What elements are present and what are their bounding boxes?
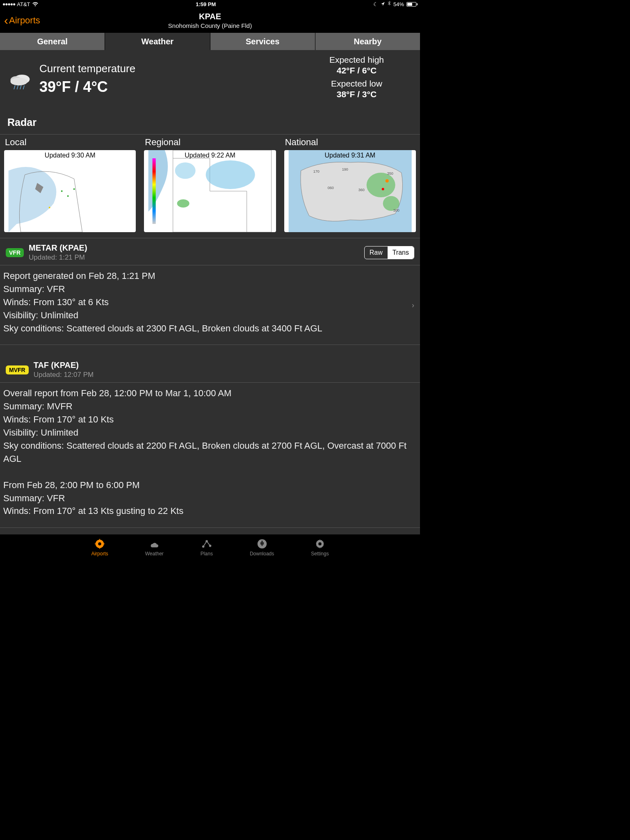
bottom-tab-bar: Airports Weather Plans Downloads Setting… [0, 534, 420, 560]
btab-plans[interactable]: Plans [201, 538, 213, 557]
radar-local-title: Local [4, 137, 136, 148]
rain-cloud-icon [7, 71, 32, 91]
radar-national-map: Updated 9:31 AM 170 190 060 360 350 300 [284, 150, 416, 232]
btab-settings[interactable]: Settings [311, 538, 329, 557]
back-label: Airports [9, 15, 40, 26]
svg-text:190: 190 [342, 167, 348, 171]
radar-regional[interactable]: Regional Updated 9:22 AM [144, 135, 276, 232]
btab-airports-label: Airports [91, 551, 108, 557]
content-area: Current temperature 39°F / 4°C Expected … [0, 50, 420, 534]
radar-regional-map: Updated 9:22 AM [144, 150, 276, 232]
radar-national-updated: Updated 9:31 AM [324, 152, 375, 159]
btab-downloads-label: Downloads [250, 551, 274, 557]
page-title: KPAE [0, 12, 420, 21]
svg-line-3 [14, 85, 15, 89]
metar-text: Report generated on Feb 28, 1:21 PM Summ… [3, 271, 322, 333]
radar-local-map: Updated 9:30 AM [4, 150, 136, 232]
svg-line-6 [23, 85, 24, 89]
metar-body[interactable]: Report generated on Feb 28, 1:21 PM Summ… [0, 265, 420, 345]
gear-icon [314, 538, 326, 550]
bluetooth-icon [388, 1, 391, 7]
cloud-icon [148, 538, 160, 550]
expected-low-value: 38°F / 3°C [329, 89, 384, 99]
main-tabs: General Weather Services Nearby [0, 33, 420, 50]
radar-national[interactable]: National Updated 9:31 AM 170 190 060 360… [284, 135, 416, 232]
svg-rect-13 [153, 158, 156, 224]
status-time: 1:59 PM [196, 1, 216, 7]
expected-high-value: 42°F / 6°C [329, 66, 384, 75]
svg-point-20 [385, 179, 388, 183]
tab-general[interactable]: General [0, 33, 105, 50]
taf-badge: MVFR [6, 365, 29, 374]
taf-body[interactable]: Overall report from Feb 28, 12:00 PM to … [0, 382, 420, 527]
signal-dots-icon: ●●●●● [2, 1, 15, 7]
metar-badge: VFR [6, 248, 24, 257]
btab-plans-label: Plans [201, 551, 213, 557]
btab-weather-label: Weather [145, 551, 164, 557]
battery-icon [406, 2, 418, 7]
svg-point-18 [366, 173, 395, 197]
radar-header: Radar [0, 115, 420, 134]
svg-line-5 [20, 85, 21, 89]
moon-icon: ☾ [373, 1, 378, 7]
radar-local-updated: Updated 9:30 AM [45, 152, 96, 159]
tab-weather[interactable]: Weather [105, 33, 210, 50]
chevron-left-icon: ‹ [4, 14, 8, 27]
expected-high-label: Expected high [329, 55, 384, 65]
svg-point-10 [73, 188, 75, 190]
svg-point-11 [49, 207, 50, 208]
svg-point-16 [177, 199, 189, 208]
location-icon [381, 1, 385, 7]
btab-settings-label: Settings [311, 551, 329, 557]
svg-text:350: 350 [387, 171, 393, 176]
radar-regional-updated: Updated 9:22 AM [185, 152, 235, 159]
svg-text:060: 060 [327, 186, 333, 190]
svg-text:300: 300 [393, 208, 399, 212]
metar-title: METAR (KPAE) [29, 243, 87, 253]
battery-pct: 54% [393, 1, 404, 7]
svg-point-35 [318, 542, 321, 545]
btab-weather[interactable]: Weather [145, 538, 164, 557]
taf-text: Overall report from Feb 28, 12:00 PM to … [3, 388, 406, 516]
svg-text:360: 360 [358, 188, 364, 192]
temp-label: Current temperature [39, 62, 135, 75]
metar-section: VFR METAR (KPAE) Updated: 1:21 PM Raw Tr… [0, 238, 420, 345]
taf-updated: Updated: 12:07 PM [34, 371, 94, 379]
taf-title: TAF (KPAE) [34, 361, 94, 370]
radar-row: Local Updated 9:30 AM Regional Updated 9… [0, 134, 420, 238]
seg-trans[interactable]: Trans [388, 247, 414, 259]
compass-icon [94, 538, 106, 550]
temp-value: 39°F / 4°C [39, 78, 135, 96]
carrier-label: AT&T [17, 1, 30, 7]
radar-national-title: National [284, 137, 416, 148]
svg-point-21 [381, 188, 384, 190]
status-bar: ●●●●● AT&T 1:59 PM ☾ 54% [0, 0, 420, 8]
seg-raw[interactable]: Raw [365, 247, 388, 259]
svg-point-15 [175, 162, 196, 179]
route-icon [201, 538, 213, 550]
expected-low-label: Expected low [329, 79, 384, 89]
radar-local[interactable]: Local Updated 9:30 AM [4, 135, 136, 232]
wifi-icon [32, 1, 39, 7]
page-subtitle: Snohomish County (Paine Fld) [0, 22, 420, 29]
raw-trans-toggle[interactable]: Raw Trans [364, 246, 414, 259]
taf-section: MVFR TAF (KPAE) Updated: 12:07 PM Overal… [0, 356, 420, 528]
radar-regional-title: Regional [144, 137, 276, 148]
download-icon [256, 538, 268, 550]
svg-text:170: 170 [313, 169, 319, 173]
temperature-section: Current temperature 39°F / 4°C Expected … [0, 50, 420, 115]
svg-point-29 [98, 542, 101, 545]
back-button[interactable]: ‹ Airports [0, 14, 40, 27]
svg-point-2 [11, 78, 27, 86]
btab-downloads[interactable]: Downloads [250, 538, 274, 557]
btab-airports[interactable]: Airports [91, 538, 108, 557]
chevron-right-icon: › [412, 300, 414, 310]
svg-line-4 [17, 85, 18, 89]
tab-services[interactable]: Services [210, 33, 315, 50]
metar-updated: Updated: 1:21 PM [29, 253, 87, 262]
svg-point-9 [67, 195, 69, 197]
svg-point-8 [61, 190, 63, 192]
tab-nearby[interactable]: Nearby [315, 33, 420, 50]
svg-point-14 [206, 160, 255, 189]
nav-header: ‹ Airports KPAE Snohomish County (Paine … [0, 8, 420, 33]
